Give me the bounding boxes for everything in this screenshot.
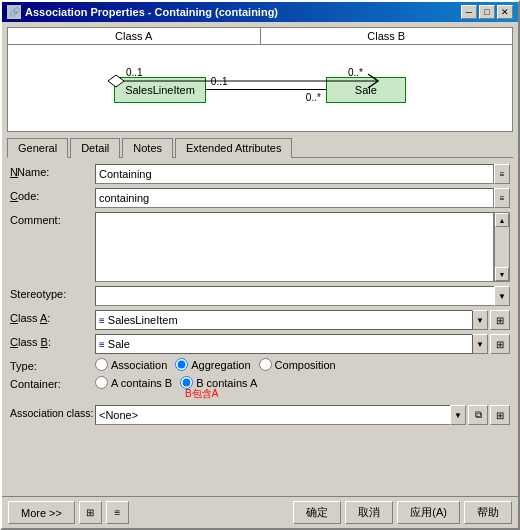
type-aggregation-label: Aggregation <box>191 359 250 371</box>
close-button[interactable]: ✕ <box>497 5 513 19</box>
class-b-control: ≡ Sale ▼ ⊞ <box>95 334 510 354</box>
titlebar-buttons: ─ □ ✕ <box>461 5 513 19</box>
class-b-icon: ≡ <box>99 339 105 350</box>
class-b-row: Class B: ≡ Sale ▼ ⊞ <box>10 334 510 354</box>
tab-extended-attributes[interactable]: Extended Attributes <box>175 138 292 158</box>
stereotype-input[interactable] <box>95 286 495 306</box>
container-a-item: A contains B <box>95 376 172 389</box>
comment-row: Comment: ▲ ▼ <box>10 212 510 282</box>
stereotype-label: Stereotype: <box>10 286 95 300</box>
type-row: Type: Association Aggregation Compositio… <box>10 358 510 372</box>
type-composition-item: Composition <box>259 358 336 371</box>
assoc-class-control: ▼ ⧉ ⊞ <box>95 405 510 425</box>
titlebar-left: 🔗 Association Properties - Containing (c… <box>7 5 278 19</box>
stereotype-dropdown-btn[interactable]: ▼ <box>494 286 510 306</box>
type-radio-group: Association Aggregation Composition <box>95 358 336 371</box>
assoc-class-row: Association class: ▼ ⧉ ⊞ <box>10 405 510 425</box>
type-aggregation-radio[interactable] <box>175 358 188 371</box>
comment-textarea[interactable] <box>95 212 494 282</box>
class-a-control: ≡ SalesLineItem ▼ ⊞ <box>95 310 510 330</box>
class-a-value: SalesLineItem <box>108 314 178 326</box>
stereotype-row: Stereotype: ▼ <box>10 286 510 306</box>
assoc-class-input[interactable] <box>95 405 451 425</box>
class-a-icon: ≡ <box>99 315 105 326</box>
class-a-row: Class A: ≡ SalesLineItem ▼ ⊞ <box>10 310 510 330</box>
toolbar-grid-btn[interactable]: ⊞ <box>79 501 102 524</box>
container-controls: A contains B B contains A B包含A <box>95 376 257 401</box>
type-aggregation-item: Aggregation <box>175 358 250 371</box>
apply-button[interactable]: 应用(A) <box>397 501 460 524</box>
code-row: Code: ≡ <box>10 188 510 208</box>
scroll-down-btn[interactable]: ▼ <box>495 267 509 281</box>
name-input[interactable] <box>95 164 494 184</box>
assoc-class-label: Association class: <box>10 405 95 419</box>
container-red-label-wrapper: B包含A <box>185 387 257 401</box>
name-scroll-btn[interactable]: ≡ <box>494 164 510 184</box>
tabs: General Detail Notes Extended Attributes <box>7 137 513 158</box>
svg-marker-1 <box>108 75 124 87</box>
class-b-header: Class B <box>261 28 513 44</box>
assoc-class-dropdown-btn[interactable]: ▼ <box>450 405 466 425</box>
assoc-class-link-btn[interactable]: ⊞ <box>490 405 510 425</box>
class-a-label: Class A: <box>10 310 95 324</box>
svg-text:0..*: 0..* <box>348 67 363 78</box>
name-row: NName: ≡ <box>10 164 510 184</box>
comment-textarea-wrapper: ▲ ▼ <box>95 212 510 282</box>
window-title: Association Properties - Containing (con… <box>25 6 278 18</box>
tabs-container: General Detail Notes Extended Attributes <box>2 137 518 158</box>
type-association-item: Association <box>95 358 167 371</box>
comment-scrollbar: ▲ ▼ <box>494 212 510 282</box>
name-input-wrapper: ≡ <box>95 164 510 184</box>
main-window: 🔗 Association Properties - Containing (c… <box>0 0 520 530</box>
container-red-text: B包含A <box>185 388 218 399</box>
class-a-header: Class A <box>8 28 261 44</box>
diagram-area: Class A Class B SalesLineItem 0..1 0..* … <box>7 27 513 132</box>
code-input-wrapper: ≡ <box>95 188 510 208</box>
help-button[interactable]: 帮助 <box>464 501 512 524</box>
arrow-svg: 0..1 0..* <box>108 56 408 106</box>
svg-text:0..1: 0..1 <box>126 67 143 78</box>
tab-notes[interactable]: Notes <box>122 138 173 158</box>
code-scroll-btn[interactable]: ≡ <box>494 188 510 208</box>
class-b-label: Class B: <box>10 334 95 348</box>
class-b-value: Sale <box>108 338 130 350</box>
toolbar-list-btn[interactable]: ≡ <box>106 501 129 524</box>
name-label: NName: <box>10 164 95 178</box>
more-button[interactable]: More >> <box>8 501 75 524</box>
stereotype-select-wrapper: ▼ <box>95 286 510 306</box>
container-row: Container: A contains B B contains A B包含… <box>10 376 510 401</box>
tab-detail[interactable]: Detail <box>70 138 120 158</box>
type-association-label: Association <box>111 359 167 371</box>
code-input[interactable] <box>95 188 494 208</box>
class-b-link-btn[interactable]: ⊞ <box>490 334 510 354</box>
class-a-link-btn[interactable]: ⊞ <box>490 310 510 330</box>
type-label: Type: <box>10 358 95 372</box>
class-b-value-box: ≡ Sale <box>95 334 473 354</box>
scroll-up-btn[interactable]: ▲ <box>495 213 509 227</box>
diagram-header: Class A Class B <box>8 28 512 45</box>
titlebar: 🔗 Association Properties - Containing (c… <box>2 2 518 22</box>
comment-label: Comment: <box>10 212 95 226</box>
ok-button[interactable]: 确定 <box>293 501 341 524</box>
container-a-label: A contains B <box>111 377 172 389</box>
cancel-button[interactable]: 取消 <box>345 501 393 524</box>
minimize-button[interactable]: ─ <box>461 5 477 19</box>
container-label: Container: <box>10 376 95 390</box>
maximize-button[interactable]: □ <box>479 5 495 19</box>
tab-general[interactable]: General <box>7 138 68 158</box>
type-composition-radio[interactable] <box>259 358 272 371</box>
assoc-class-copy-btn[interactable]: ⧉ <box>468 405 488 425</box>
class-b-dropdown-btn[interactable]: ▼ <box>472 334 488 354</box>
bottom-toolbar: More >> ⊞ ≡ 确定 取消 应用(A) 帮助 <box>2 496 518 528</box>
window-icon: 🔗 <box>7 5 21 19</box>
form-area: NName: ≡ Code: ≡ Comment: ▲ <box>2 158 518 496</box>
assoc-class-select-wrapper: ▼ <box>95 405 466 425</box>
code-label: Code: <box>10 188 95 202</box>
type-association-radio[interactable] <box>95 358 108 371</box>
container-a-radio[interactable] <box>95 376 108 389</box>
class-a-dropdown-btn[interactable]: ▼ <box>472 310 488 330</box>
type-composition-label: Composition <box>275 359 336 371</box>
class-a-value-box: ≡ SalesLineItem <box>95 310 473 330</box>
